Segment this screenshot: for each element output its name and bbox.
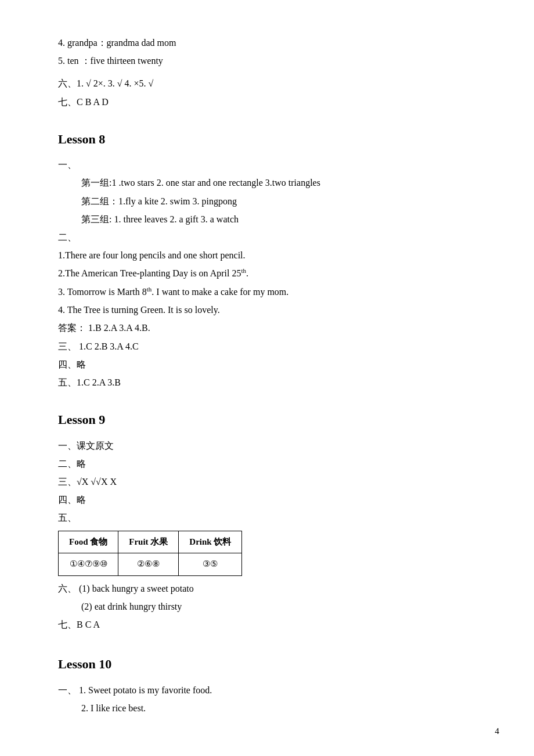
lesson8-sentence1: 1.There are four long pencils and one sh… <box>58 247 488 263</box>
lesson9-yi: 一、课文原文 <box>58 438 488 453</box>
top-section: 4. grandpa：grandma dad mom 5. ten ：five … <box>58 35 488 69</box>
yi-label-text: 一、 <box>58 685 77 695</box>
food-table: Food 食物 Fruit 水果 Drink 饮料 ①④⑦⑨⑩ ②⑥⑧ ③⑤ <box>58 531 242 576</box>
lesson9-si: 四、略 <box>58 492 488 507</box>
cell-food: ①④⑦⑨⑩ <box>59 553 118 576</box>
sentence3-post: . I want to make a cake for my mom. <box>151 287 288 297</box>
qi-line: 七、C B A D <box>58 94 488 110</box>
lesson9-qi: 七、B C A <box>58 617 488 632</box>
lesson8-section: Lesson 8 一、 第一组:1 .two stars 2. one star… <box>58 128 488 390</box>
lesson9-wu-label: 五、 <box>58 510 488 525</box>
lesson8-group1: 第一组:1 .two stars 2. one star and one rec… <box>58 175 488 190</box>
lesson8-title: Lesson 8 <box>58 128 488 150</box>
lesson9-section: Lesson 9 一、课文原文 二、略 三、√X √√X X 四、略 五、 Fo… <box>58 409 488 632</box>
sentence2-sup: th <box>241 267 247 274</box>
lesson10-title: Lesson 10 <box>58 653 488 675</box>
sentence2-pre: 2.The American Tree-planting Day is on A… <box>58 269 241 279</box>
lesson9-er: 二、略 <box>58 456 488 471</box>
cell-drink: ③⑤ <box>179 553 242 576</box>
col-drink: Drink 饮料 <box>179 531 242 553</box>
lesson8-group3: 第三组: 1. three leaves 2. a gift 3. a watc… <box>58 211 488 227</box>
lesson8-wu: 五、1.C 2.A 3.B <box>58 375 488 390</box>
lesson9-liu-label: 六、 (1) back hungry a sweet potato <box>58 581 488 596</box>
lesson9-title: Lesson 9 <box>58 409 488 430</box>
cell-fruit: ②⑥⑧ <box>118 553 179 576</box>
lesson8-si: 四、略 <box>58 357 488 372</box>
lesson10-sentence1: 1. Sweet potato is my favorite food. <box>79 685 212 695</box>
page-number: 4 <box>495 724 500 739</box>
col-fruit: Fruit 水果 <box>118 531 179 553</box>
liu1-text: (1) back hungry a sweet potato <box>79 584 194 593</box>
col-food: Food 食物 <box>59 531 118 553</box>
line-4: 4. grandpa：grandma dad mom <box>58 35 488 51</box>
lesson8-answers: 答案： 1.B 2.A 3.A 4.B. <box>58 320 488 336</box>
lesson8-san: 三、 1.C 2.B 3.A 4.C <box>58 339 488 354</box>
lesson10-sentence2: 2. I like rice best. <box>58 700 488 716</box>
liu-qi-section: 六、1. √ 2×. 3. √ 4. ×5. √ 七、C B A D <box>58 75 488 109</box>
lesson8-sentence3: 3. Tomorrow is Marth 8th. I want to make… <box>58 284 488 300</box>
lesson10-section: Lesson 10 一、 1. Sweet potato is my favor… <box>58 653 488 716</box>
lesson9-liu2: (2) eat drink hungry thirsty <box>58 599 488 614</box>
sentence2-post: . <box>246 269 248 279</box>
lesson10-yi-label: 一、 1. Sweet potato is my favorite food. <box>58 682 488 698</box>
liu-line: 六、1. √ 2×. 3. √ 4. ×5. √ <box>58 75 488 91</box>
lesson8-sentence2: 2.The American Tree-planting Day is on A… <box>58 265 488 282</box>
lesson8-sentence4: 4. The Tree is turning Green. It is so l… <box>58 302 488 318</box>
lesson8-yi-label: 一、 <box>58 157 488 172</box>
line-5: 5. ten ：five thirteen twenty <box>58 53 488 69</box>
lesson8-group2: 第二组：1.fly a kite 2. swim 3. pingpong <box>58 193 488 209</box>
liu-label-text: 六、 <box>58 584 77 593</box>
sentence3-pre: 3. Tomorrow is Marth 8 <box>58 287 147 297</box>
lesson8-er-label: 二、 <box>58 229 488 245</box>
lesson9-san: 三、√X √√X X <box>58 474 488 489</box>
